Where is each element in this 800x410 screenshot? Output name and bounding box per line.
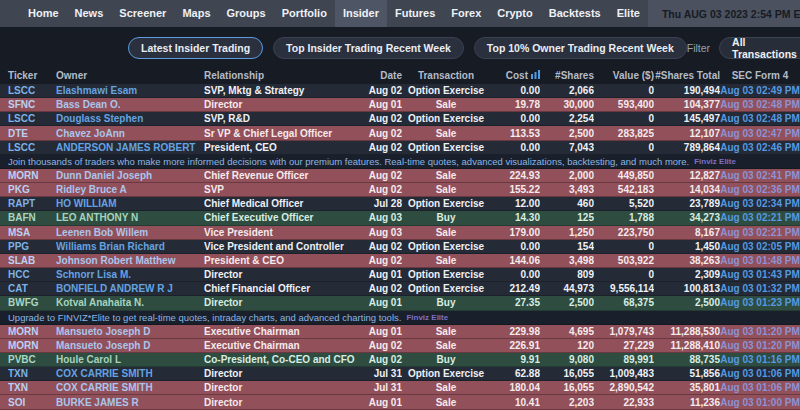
nav-item-news[interactable]: News <box>67 0 112 27</box>
cost-chart-icon[interactable] <box>531 70 540 81</box>
sec-form-link[interactable]: Aug 03 01:32 PM <box>720 282 800 295</box>
ticker-link[interactable]: TXN <box>8 367 56 380</box>
relationship-text: SVP <box>204 183 362 196</box>
sec-form-link[interactable]: Aug 03 02:49 PM <box>720 84 800 97</box>
finviz-elite-badge[interactable]: Finviz Elite <box>694 157 736 166</box>
nav-item-forex[interactable]: Forex <box>443 0 489 27</box>
sec-form-link[interactable]: Aug 03 02:34 PM <box>720 197 800 210</box>
sec-form-link[interactable]: Aug 03 01:06 PM <box>720 367 800 380</box>
nav-item-home[interactable]: Home <box>20 0 67 27</box>
sec-form-link[interactable]: Aug 03 02:48 PM <box>720 112 800 125</box>
ticker-link[interactable]: SFNC <box>8 98 56 111</box>
nav-item-portfolio[interactable]: Portfolio <box>274 0 335 27</box>
ticker-link[interactable]: LSCC <box>8 141 56 154</box>
sec-form-link[interactable]: Aug 03 01:20 PM <box>720 325 800 338</box>
owner-link[interactable]: LEO ANTHONY N <box>56 211 204 224</box>
sec-form-link[interactable]: Aug 03 01:20 PM <box>720 339 800 352</box>
elite-promo-link[interactable]: Join thousands of traders who make more … <box>8 156 689 167</box>
owner-link[interactable]: BONFIELD ANDREW R J <box>56 282 204 295</box>
ticker-link[interactable]: LSCC <box>8 112 56 125</box>
col-header-shares[interactable]: #Shares <box>540 70 594 81</box>
tab-top-10-owner-trading-recent-week[interactable]: Top 10% Owner Trading Recent Week <box>474 37 687 59</box>
col-header-value[interactable]: Value ($) <box>594 70 654 81</box>
tab-top-insider-trading-recent-week[interactable]: Top Insider Trading Recent Week <box>273 37 464 59</box>
sec-form-link[interactable]: Aug 03 01:43 PM <box>720 268 800 281</box>
col-header-cost[interactable]: Cost <box>490 70 540 81</box>
sec-form-link[interactable]: Aug 03 01:06 PM <box>720 381 800 394</box>
owner-link[interactable]: ANDERSON JAMES ROBERT <box>56 141 204 154</box>
cost-value: 144.06 <box>490 254 540 267</box>
ticker-link[interactable]: SLAB <box>8 254 56 267</box>
sec-form-link[interactable]: Aug 03 01:23 PM <box>720 296 800 309</box>
sec-form-link[interactable]: Aug 03 02:48 PM <box>720 98 800 111</box>
owner-link[interactable]: HO WILLIAM <box>56 197 204 210</box>
sec-form-link[interactable]: Aug 03 01:48 PM <box>720 254 800 267</box>
ticker-link[interactable]: BWFG <box>8 296 56 309</box>
owner-link[interactable]: Bass Dean O. <box>56 98 204 111</box>
owner-link[interactable]: COX CARRIE SMITH <box>56 367 204 380</box>
sec-form-link[interactable]: Aug 03 02:36 PM <box>720 183 800 196</box>
nav-item-maps[interactable]: Maps <box>174 0 218 27</box>
col-header-transaction[interactable]: Transaction <box>402 70 490 81</box>
ticker-link[interactable]: TXN <box>8 381 56 394</box>
owner-link[interactable]: Kotval Anahaita N. <box>56 296 204 309</box>
col-header-date[interactable]: Date <box>362 70 402 81</box>
nav-item-backtests[interactable]: Backtests <box>541 0 609 27</box>
sec-form-link[interactable]: Aug 03 02:41 PM <box>720 169 800 182</box>
sec-form-link[interactable]: Aug 03 02:21 PM <box>720 211 800 224</box>
main-nav: HomeNewsScreenerMapsGroupsPortfolioInsid… <box>0 0 648 27</box>
owner-link[interactable]: Douglass Stephen <box>56 112 204 125</box>
ticker-link[interactable]: MORN <box>8 169 56 182</box>
ticker-link[interactable]: DTE <box>8 127 56 140</box>
owner-link[interactable]: Williams Brian Richard <box>56 240 204 253</box>
nav-item-groups[interactable]: Groups <box>219 0 274 27</box>
sec-form-link[interactable]: Aug 03 01:00 PM <box>720 396 800 409</box>
ticker-link[interactable]: SOI <box>8 396 56 409</box>
ticker-link[interactable]: MORN <box>8 325 56 338</box>
sec-form-link[interactable]: Aug 03 01:16 PM <box>720 353 800 366</box>
finviz-elite-badge[interactable]: Finviz Elite <box>406 313 448 322</box>
nav-item-crypto[interactable]: Crypto <box>489 0 540 27</box>
tab-latest-insider-trading[interactable]: Latest Insider Trading <box>128 37 263 59</box>
ticker-link[interactable]: MORN <box>8 339 56 352</box>
owner-link[interactable]: Schnorr Lisa M. <box>56 268 204 281</box>
col-header-owner[interactable]: Owner <box>56 70 204 81</box>
owner-link[interactable]: Elashmawi Esam <box>56 84 204 97</box>
elite-promo-link[interactable]: Upgrade to FINVIZ*Elite to get real-time… <box>8 312 401 323</box>
ticker-link[interactable]: BAFN <box>8 211 56 224</box>
owner-link[interactable]: Chavez JoAnn <box>56 127 204 140</box>
owner-link[interactable]: COX CARRIE SMITH <box>56 381 204 394</box>
owner-link[interactable]: Leenen Bob Willem <box>56 226 204 239</box>
ticker-link[interactable]: MSA <box>8 226 56 239</box>
ticker-link[interactable]: PVBC <box>8 353 56 366</box>
sec-form-link[interactable]: Aug 03 02:46 PM <box>720 141 800 154</box>
owner-link[interactable]: Ridley Bruce A <box>56 183 204 196</box>
ticker-link[interactable]: RAPT <box>8 197 56 210</box>
nav-item-futures[interactable]: Futures <box>387 0 443 27</box>
col-header-label: #Shares Total <box>655 70 720 81</box>
nav-item-elite[interactable]: Elite <box>609 0 648 27</box>
sec-form-link[interactable]: Aug 03 02:21 PM <box>720 226 800 239</box>
owner-link[interactable]: Dunn Daniel Joseph <box>56 169 204 182</box>
ticker-link[interactable]: PPG <box>8 240 56 253</box>
col-header-sec-form-4[interactable]: SEC Form 4 <box>720 70 800 81</box>
trade-date: Jul 31 <box>362 367 402 380</box>
transactions-filter-dropdown[interactable]: All Transactions ▾ <box>719 37 800 59</box>
owner-link[interactable]: BURKE JAMES R <box>56 396 204 409</box>
ticker-link[interactable]: LSCC <box>8 84 56 97</box>
nav-item-screener[interactable]: Screener <box>111 0 174 27</box>
ticker-link[interactable]: HCC <box>8 268 56 281</box>
owner-link[interactable]: Johnson Robert Matthew <box>56 254 204 267</box>
col-header-ticker[interactable]: Ticker <box>8 70 56 81</box>
col-header-shares-total[interactable]: #Shares Total <box>654 70 720 81</box>
sec-form-link[interactable]: Aug 03 02:47 PM <box>720 127 800 140</box>
ticker-link[interactable]: PKG <box>8 183 56 196</box>
ticker-link[interactable]: CAT <box>8 282 56 295</box>
owner-link[interactable]: Mansueto Joseph D <box>56 325 204 338</box>
owner-link[interactable]: Houle Carol L <box>56 353 204 366</box>
owner-link[interactable]: Mansueto Joseph D <box>56 339 204 352</box>
nav-item-insider[interactable]: Insider <box>335 0 387 27</box>
sec-form-link[interactable]: Aug 03 02:05 PM <box>720 240 800 253</box>
col-header-relationship[interactable]: Relationship <box>204 70 362 81</box>
value-amount: 593,400 <box>594 98 654 111</box>
